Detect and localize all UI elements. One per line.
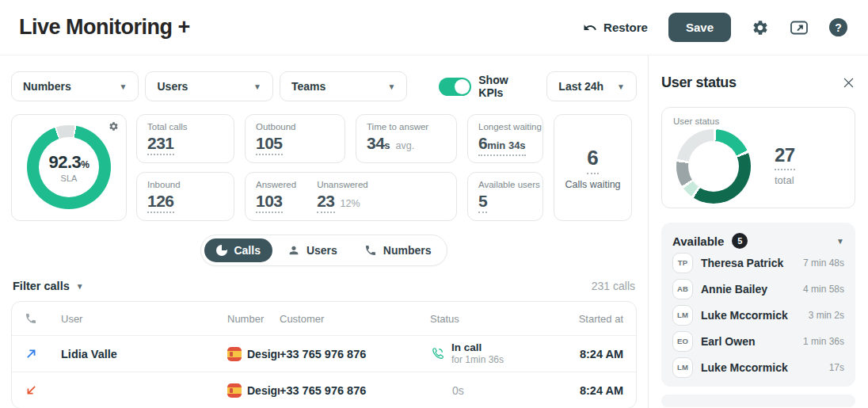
show-kpis-toggle-group: Show KPIs (439, 74, 535, 99)
next-status-section[interactable] (661, 395, 855, 407)
user-name: Luke Mccormick (701, 309, 801, 322)
sla-center: 92.3% SLA (27, 125, 111, 209)
kpi-label: Answered (256, 180, 296, 189)
chevron-down-icon: ▼ (617, 82, 625, 91)
kpi-longest-waiting[interactable]: Longest waiting 6min 34s (467, 114, 543, 163)
available-section-header[interactable]: Available 5 ▼ (672, 233, 844, 249)
sla-value: 92.3% (49, 152, 89, 173)
user-time: 7 min 48s (803, 257, 844, 269)
time-range-dropdown[interactable]: Last 24h ▼ (546, 71, 637, 101)
col-header-customer: Customer (280, 313, 430, 325)
avatar: AB (672, 279, 693, 299)
sidebar-title-row: User status (661, 74, 855, 91)
toggle-knob (455, 79, 470, 94)
user-status-total: 27 total (775, 144, 795, 186)
user-name: Earl Owen (701, 335, 795, 348)
chevron-down-icon: ▼ (836, 237, 844, 246)
content: Numbers ▼ Users ▼ Teams ▼ Show KPIs Last… (0, 55, 648, 408)
kpi-label: Unanswered (317, 180, 368, 189)
number-name: Design (247, 384, 280, 397)
fullscreen-icon[interactable] (790, 19, 809, 36)
users-filter-label: Users (157, 80, 188, 93)
tab-users[interactable]: Users (276, 238, 349, 262)
cell-number: Design (227, 347, 280, 361)
cell-started-at: 8:24 AM (566, 348, 623, 360)
show-kpis-label: Show KPIs (478, 74, 535, 99)
avatar: EO (672, 331, 693, 352)
numbers-filter-dropdown[interactable]: Numbers ▼ (11, 71, 139, 101)
spain-flag-icon (227, 347, 242, 361)
save-button[interactable]: Save (668, 13, 731, 42)
kpi-available-users[interactable]: Available users 5 (467, 172, 543, 221)
tab-calls[interactable]: Calls (204, 238, 272, 262)
list-item[interactable]: AB Annie Bailey 4 min 58s (672, 276, 844, 301)
col-header-status: Status (430, 313, 566, 325)
pie-chart-icon (216, 245, 227, 256)
kpi-value: 105 (256, 135, 283, 155)
tab-label: Users (306, 244, 337, 257)
teams-filter-dropdown[interactable]: Teams ▼ (280, 71, 407, 101)
chevron-down-icon: ▼ (253, 82, 261, 91)
chevron-down-icon: ▼ (388, 82, 396, 91)
kpi-time-to-answer[interactable]: Time to answer 34s avg. (356, 114, 457, 163)
restore-label: Restore (603, 21, 648, 34)
available-count-badge: 5 (732, 233, 748, 249)
users-filter-dropdown[interactable]: Users ▼ (145, 71, 272, 101)
filters-row: Numbers ▼ Users ▼ Teams ▼ Show KPIs Last… (11, 71, 637, 101)
main: Numbers ▼ Users ▼ Teams ▼ Show KPIs Last… (0, 55, 868, 408)
kpi-answered-unanswered[interactable]: Answered 103 Unanswered 23 12% (245, 172, 457, 221)
avatar: LM (672, 357, 693, 378)
live-monitoring-app: Live Monitoring + Restore Save ? Numbers (0, 0, 868, 408)
kpi-value: 126 (147, 193, 174, 213)
settings-gear-icon[interactable] (752, 19, 769, 36)
user-name: Theresa Patrick (701, 257, 795, 269)
chevron-down-icon: ▼ (120, 82, 128, 91)
table-row[interactable]: Lidia Valle Design +33 765 976 876 In ca… (12, 335, 636, 372)
phone-icon (25, 312, 61, 325)
chart-card-body: 27 total (673, 126, 843, 204)
view-tabs: Calls Users Numbers (200, 235, 447, 266)
kpi-total-calls[interactable]: Total calls 231 (136, 114, 234, 163)
table-row[interactable]: Design +33 765 976 876 0s 8:24 AM (12, 372, 636, 408)
total-label: total (775, 174, 795, 186)
help-icon[interactable]: ? (829, 18, 847, 36)
list-item[interactable]: LM Luke Mccormick 3 min 2s (672, 303, 844, 327)
cell-customer: +33 765 976 876 (280, 348, 430, 360)
kpi-value: 23 (317, 193, 334, 213)
kpi-label: Time to answer (367, 122, 428, 132)
list-item[interactable]: TP Theresa Patrick 7 min 48s (672, 250, 844, 275)
tab-numbers[interactable]: Numbers (352, 238, 444, 262)
numbers-filter-label: Numbers (23, 80, 71, 93)
kpi-label: Total calls (147, 122, 188, 132)
header-actions: Restore Save ? (583, 13, 847, 42)
user-time: 3 min 2s (809, 310, 844, 321)
user-time: 17s (829, 362, 844, 373)
chart-card-label: User status (673, 116, 843, 126)
kpi-calls-waiting[interactable]: 6 Calls waiting (554, 114, 632, 221)
cell-status: In call for 1min 36s (430, 341, 566, 367)
in-call-phone-icon (430, 346, 445, 361)
kpi-inbound[interactable]: Inbound 126 (136, 172, 234, 221)
tab-label: Calls (234, 244, 260, 257)
spain-flag-icon (227, 383, 242, 398)
teams-filter-label: Teams (291, 80, 326, 93)
calls-count: 231 calls (592, 280, 635, 292)
sla-label: SLA (61, 173, 78, 183)
kpi-label: Inbound (147, 180, 181, 189)
kpi-suffix: avg. (396, 140, 415, 151)
user-name: Annie Bailey (701, 283, 795, 296)
kpi-value: 6min 34s (478, 135, 526, 156)
inbound-arrow-icon (25, 383, 61, 397)
restore-button[interactable]: Restore (583, 21, 648, 35)
show-kpis-toggle[interactable] (439, 78, 471, 96)
list-item[interactable]: LM Luke Mccormick 17s (672, 355, 844, 379)
table-header-row: User Number Customer Status Started at (12, 302, 636, 335)
kpi-value: 34s (367, 135, 390, 152)
user-icon (287, 244, 300, 257)
list-item[interactable]: EO Earl Owen 1 min 36s (672, 329, 844, 353)
filter-calls-dropdown[interactable]: Filter calls ▼ (13, 280, 84, 292)
kpi-outbound[interactable]: Outbound 105 (245, 114, 345, 163)
user-time: 1 min 36s (803, 336, 844, 347)
tab-label: Numbers (383, 244, 432, 257)
close-icon[interactable] (842, 76, 855, 90)
